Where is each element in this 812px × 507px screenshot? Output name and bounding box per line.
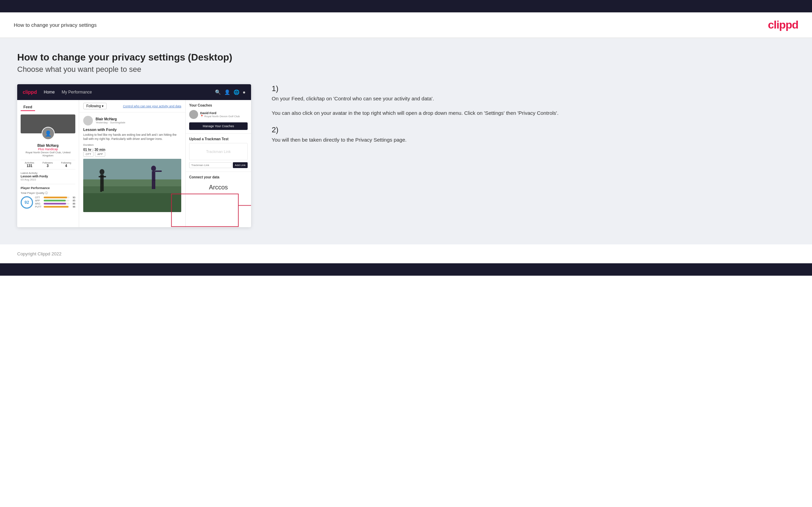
app-body: Feed 👤 Blair McHarg Plus Handicap Royal … xyxy=(17,100,251,227)
profile-banner: 👤 xyxy=(21,114,75,133)
coach-club: 📍 Royal North Devon Golf Club xyxy=(200,115,240,118)
coaches-section: Your Coaches David Ford 📍 Royal North De… xyxy=(186,100,251,134)
app-right-panel: Your Coaches David Ford 📍 Royal North De… xyxy=(186,100,251,227)
latest-activity-label: Latest Activity xyxy=(21,172,75,175)
instruction-2-number: 2) xyxy=(272,125,795,134)
coach-item: David Ford 📍 Royal North Devon Golf Club xyxy=(189,110,248,119)
instructions-panel: 1) On your Feed, click/tap on 'Control w… xyxy=(265,84,795,152)
tag-app: APP xyxy=(95,152,105,157)
search-icon[interactable]: 🔍 xyxy=(215,89,221,95)
feed-post: Blair McHarg Yesterday · Sunningdale Les… xyxy=(79,112,185,216)
coaches-title: Your Coaches xyxy=(189,103,248,107)
bar-arg: ARG 86 xyxy=(35,202,75,205)
instruction-1: 1) On your Feed, click/tap on 'Control w… xyxy=(272,84,795,117)
stat-followers: Followers 3 xyxy=(43,162,53,168)
profile-stats: Activities 131 Followers 3 Following 4 xyxy=(21,160,75,169)
browser-title: How to change your privacy settings xyxy=(14,22,97,28)
add-link-button[interactable]: Add Link xyxy=(233,162,248,168)
player-perf-title: Player Performance xyxy=(21,184,75,190)
manage-coaches-button[interactable]: Manage Your Coaches xyxy=(189,122,248,130)
coach-name: David Ford xyxy=(200,111,240,115)
svg-rect-6 xyxy=(99,176,106,177)
latest-activity-title: Lesson with Fordy xyxy=(21,175,75,178)
svg-rect-3 xyxy=(83,159,181,179)
coach-info: David Ford 📍 Royal North Devon Golf Club xyxy=(200,111,240,118)
svg-rect-2 xyxy=(83,193,181,212)
post-title: Lesson with Fordy xyxy=(83,128,181,132)
nav-my-performance[interactable]: My Performance xyxy=(62,90,92,95)
svg-point-4 xyxy=(100,169,105,175)
clippd-logo: clippd xyxy=(768,19,798,31)
header: How to change your privacy settings clip… xyxy=(0,12,812,38)
post-duration-value: 01 hr : 30 min xyxy=(83,148,181,152)
bar-putt-fill xyxy=(44,206,68,208)
avatar-icon[interactable]: ● xyxy=(243,89,246,95)
bar-arg-track xyxy=(44,203,69,205)
post-description: Looking to feel like my hands are exitin… xyxy=(83,133,181,141)
svg-rect-8 xyxy=(102,184,104,191)
stat-following-value: 4 xyxy=(61,164,71,168)
bar-ott-fill xyxy=(44,197,67,198)
bar-ott-track xyxy=(44,197,69,198)
bar-ott: OTT 90 xyxy=(35,196,75,199)
feed-image-svg xyxy=(83,159,181,212)
trackman-placeholder: Trackman Link xyxy=(189,143,248,160)
footer: Copyright Clippd 2022 xyxy=(0,244,812,263)
profile-club: Royal North Devon Golf Club, United King… xyxy=(21,151,75,157)
bar-app-track xyxy=(44,200,69,201)
post-duration-label: Duration xyxy=(83,143,181,146)
coach-avatar xyxy=(189,110,198,119)
quality-bars: OTT 90 APP 85 ARG xyxy=(35,196,75,209)
svg-rect-11 xyxy=(155,170,162,172)
bar-ott-label: OTT xyxy=(35,196,43,199)
bar-arg-fill xyxy=(44,203,66,205)
bar-app-val: 85 xyxy=(71,199,75,202)
post-header: Blair McHarg Yesterday · Sunningdale xyxy=(83,116,181,125)
post-avatar xyxy=(83,116,93,125)
connect-title: Connect your data xyxy=(189,175,248,179)
instruction-1-text2: You can also click on your avatar in the… xyxy=(272,109,795,117)
location-icon: 📍 xyxy=(200,115,204,118)
arccos-brand: Arccos xyxy=(189,181,248,194)
instruction-2: 2) You will then be taken directly to th… xyxy=(272,125,795,144)
control-link[interactable]: Control who can see your activity and da… xyxy=(123,104,181,108)
svg-rect-7 xyxy=(100,184,102,192)
profile-info: Blair McHarg Plus Handicap Royal North D… xyxy=(21,144,75,157)
profile-avatar: 👤 xyxy=(42,127,55,140)
feed-image xyxy=(83,159,181,212)
quality-label: Total Player Quality ⓘ xyxy=(21,191,75,195)
feed-tab[interactable]: Feed xyxy=(21,103,35,111)
stat-following-label: Following xyxy=(61,162,71,164)
user-icon[interactable]: 👤 xyxy=(224,89,230,95)
post-date: Yesterday · Sunningdale xyxy=(96,121,125,124)
bar-arg-val: 86 xyxy=(71,202,75,205)
instruction-1-number: 1) xyxy=(272,84,795,93)
svg-rect-13 xyxy=(154,180,155,189)
following-button[interactable]: Following ▾ xyxy=(83,103,107,109)
footer-text: Copyright Clippd 2022 xyxy=(17,251,62,256)
nav-home[interactable]: Home xyxy=(44,90,55,95)
post-author-name: Blair McHarg xyxy=(96,117,125,121)
bar-arg-label: ARG xyxy=(35,202,43,205)
trackman-section: Upload a Trackman Test Trackman Link Add… xyxy=(186,134,251,172)
main-content: How to change your privacy settings (Des… xyxy=(0,38,812,244)
top-bar xyxy=(0,0,812,12)
post-tags: OTT APP xyxy=(83,152,181,157)
bar-putt-track xyxy=(44,206,69,208)
latest-activity: Latest Activity Lesson with Fordy 03 Aug… xyxy=(21,172,75,181)
stat-activities-label: Activities xyxy=(25,162,34,164)
nav-icons: 🔍 👤 🌐 ● xyxy=(215,89,246,95)
bar-app-fill xyxy=(44,200,66,201)
connect-section: Connect your data Arccos xyxy=(186,172,251,197)
svg-rect-10 xyxy=(152,171,155,181)
trackman-input[interactable] xyxy=(189,162,231,168)
trackman-title: Upload a Trackman Test xyxy=(189,137,248,141)
stat-following: Following 4 xyxy=(61,162,71,168)
two-col-layout: clippd Home My Performance 🔍 👤 🌐 ● Feed … xyxy=(17,84,795,227)
globe-icon[interactable]: 🌐 xyxy=(234,89,239,95)
feed-header: Following ▾ Control who can see your act… xyxy=(79,100,185,112)
quality-row: 92 OTT 90 APP 85 xyxy=(21,196,75,209)
profile-handicap: Plus Handicap xyxy=(21,147,75,151)
stat-followers-value: 3 xyxy=(43,164,53,168)
bar-app: APP 85 xyxy=(35,199,75,202)
